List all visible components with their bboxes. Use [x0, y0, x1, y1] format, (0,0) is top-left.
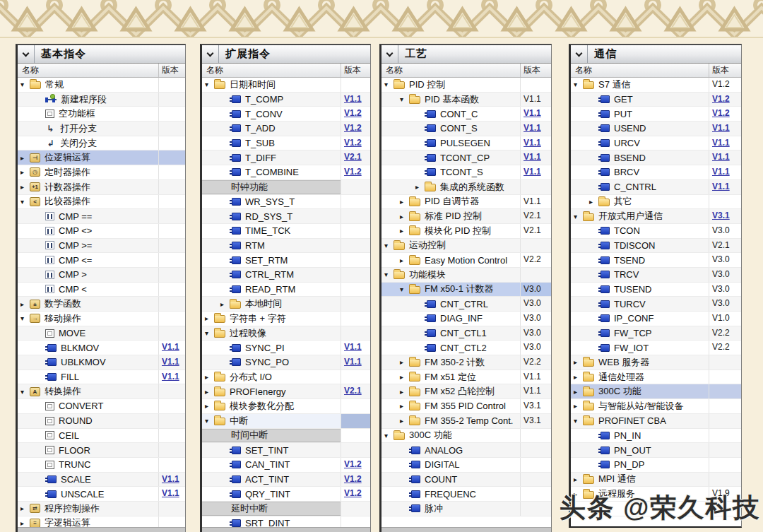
tree-row[interactable]: ▸FM x52 凸轮控制V1.1 — [382, 384, 551, 399]
tree-row[interactable]: T_ADDV1.2 — [202, 122, 370, 136]
tree-row[interactable]: TDISCONV2.1 — [571, 239, 741, 254]
tree-row[interactable]: CONT_CV1.1 — [382, 107, 551, 122]
tree-row[interactable]: SET_TINT — [202, 443, 370, 458]
expand-arrow-icon[interactable]: ▸ — [205, 388, 214, 396]
tree-row[interactable]: UBLKMOVV1.1 — [18, 355, 185, 370]
tree-row[interactable]: ▾中断 — [202, 414, 370, 429]
expand-arrow-icon[interactable]: ▸ — [400, 227, 409, 235]
expand-arrow-icon[interactable]: ▸ — [574, 402, 583, 410]
tree-row[interactable]: CMP == — [18, 209, 185, 224]
version-link[interactable]: V1.1 — [158, 473, 185, 487]
tree-row[interactable]: ▸集成的系统函数 — [382, 180, 551, 195]
collapse-arrow-icon[interactable]: ▾ — [384, 271, 394, 278]
collapse-arrow-icon[interactable]: ▾ — [384, 432, 394, 439]
version-link[interactable]: V1.1 — [709, 122, 741, 136]
tree-row[interactable]: ▸模块化 PID 控制V2.1 — [382, 224, 551, 239]
tree-row[interactable]: T_COMBINEV1.2 — [202, 165, 370, 180]
collapse-arrow-icon[interactable]: ▾ — [574, 417, 583, 425]
version-link[interactable]: V1.1 — [520, 122, 551, 136]
collapse-panel-button[interactable] — [202, 45, 219, 63]
tree-row[interactable]: TUSENDV3.0 — [571, 283, 741, 297]
expand-arrow-icon[interactable]: ▸ — [400, 388, 409, 396]
tree-row[interactable]: CMP <= — [18, 253, 185, 268]
tree-row[interactable]: CTRL_RTM — [202, 268, 370, 283]
collapse-arrow-icon[interactable]: ▾ — [400, 95, 409, 103]
tree-row[interactable]: ▸300C 功能 — [571, 384, 741, 399]
version-link[interactable]: V1.2 — [341, 165, 370, 179]
tree-row[interactable]: ▸标准 PID 控制V2.1 — [382, 209, 551, 224]
version-link[interactable]: V1.1 — [341, 355, 370, 370]
tree-row[interactable]: RD_SYS_T — [202, 209, 370, 224]
version-column-header[interactable]: 版本 — [158, 64, 185, 77]
tree-row[interactable]: ▸本地时间 — [202, 297, 370, 312]
tree-row[interactable]: BSENDV1.1 — [571, 150, 741, 165]
tree-row[interactable]: ROUND — [18, 414, 185, 429]
collapse-arrow-icon[interactable]: ▾ — [20, 81, 30, 88]
tree-row[interactable]: ▸模块参数化分配 — [202, 399, 370, 414]
tree-row[interactable]: TCONV3.0 — [571, 224, 741, 239]
tree-row[interactable]: PUTV1.2 — [571, 107, 741, 122]
version-link[interactable]: V1.2 — [709, 93, 741, 107]
tree-row[interactable]: ▸PROFIenergyV2.1 — [202, 384, 370, 399]
version-column-header[interactable]: 版本 — [709, 64, 741, 77]
expand-arrow-icon[interactable]: ▸ — [574, 358, 583, 366]
tree-row[interactable]: FW_TCPV2.2 — [571, 326, 741, 341]
tree-row[interactable]: T_SUBV1.2 — [202, 136, 370, 151]
tree-row[interactable]: ▸位逻辑运算 — [18, 150, 185, 165]
expand-arrow-icon[interactable]: ▸ — [20, 300, 30, 308]
tree-row[interactable]: ▾日期和时间 — [202, 78, 370, 93]
name-column-header[interactable]: 名称 — [571, 64, 709, 77]
tree-row[interactable]: ▾PROFINET CBA — [571, 414, 741, 429]
tree-row[interactable]: WR_SYS_T — [202, 195, 370, 210]
tree-row[interactable]: DIGITAL — [382, 458, 551, 473]
version-link[interactable]: V2.1 — [341, 150, 370, 165]
tree-row[interactable]: ACT_TINTV1.2 — [202, 473, 370, 487]
tree-row[interactable]: MOVE — [18, 326, 185, 341]
expand-arrow-icon[interactable]: ▸ — [574, 388, 583, 396]
tree-row[interactable]: ▾300C 功能 — [382, 429, 551, 444]
tree-row[interactable]: URCVV1.1 — [571, 136, 741, 151]
tree-row[interactable]: TSENDV3.0 — [571, 253, 741, 268]
collapse-arrow-icon[interactable]: ▾ — [20, 388, 30, 396]
version-link[interactable]: V1.1 — [341, 93, 370, 107]
tree-row[interactable]: ▸FM 355 PID ControlV3.1 — [382, 399, 551, 414]
tree-row[interactable]: CMP > — [18, 268, 185, 283]
tree-row[interactable]: CONVERT — [18, 399, 185, 414]
expand-arrow-icon[interactable]: ▸ — [400, 213, 409, 220]
collapse-arrow-icon[interactable]: ▾ — [574, 213, 583, 220]
name-column-header[interactable]: 名称 — [18, 64, 158, 77]
expand-arrow-icon[interactable]: ▸ — [415, 183, 425, 191]
version-link[interactable]: V1.1 — [709, 165, 741, 179]
tree-row[interactable]: READ_RTM — [202, 283, 370, 297]
version-column-header[interactable]: 版本 — [341, 64, 370, 77]
tree-row[interactable]: CNT_CTRLV3.0 — [382, 297, 551, 312]
tree-row[interactable]: RTM — [202, 239, 370, 254]
horizontal-scrollbar[interactable] — [18, 527, 185, 532]
expand-arrow-icon[interactable]: ▸ — [20, 183, 30, 191]
tree-row[interactable]: SYNC_PIV1.1 — [202, 341, 370, 355]
collapse-arrow-icon[interactable]: ▾ — [384, 242, 394, 249]
version-link[interactable]: V1.1 — [709, 136, 741, 150]
tree-row[interactable]: ▾运动控制 — [382, 239, 551, 254]
tree-row[interactable]: PN_DP — [571, 458, 741, 473]
version-link[interactable]: V1.2 — [341, 458, 370, 472]
tree-row[interactable]: GETV1.2 — [571, 93, 741, 107]
tree-row[interactable]: FLOOR — [18, 443, 185, 458]
tree-row[interactable]: 新建程序段 — [18, 93, 185, 107]
expand-arrow-icon[interactable]: ▸ — [220, 300, 230, 308]
collapse-panel-button[interactable] — [571, 45, 588, 63]
tree-row[interactable]: ▸程序控制操作 — [18, 502, 185, 516]
tree-row[interactable]: QRY_TINTV1.2 — [202, 487, 370, 502]
tree-row[interactable]: ▾转换操作 — [18, 384, 185, 399]
name-column-header[interactable]: 名称 — [202, 64, 341, 77]
tree-row[interactable]: 空功能框 — [18, 107, 185, 122]
tree-row[interactable]: 脉冲 — [382, 502, 551, 516]
tree-row[interactable]: ▾FM x50-1 计数器V3.0 — [382, 283, 551, 297]
collapse-arrow-icon[interactable]: ▾ — [20, 314, 30, 322]
group-subheader[interactable]: 延时中断 — [202, 502, 370, 516]
expand-arrow-icon[interactable]: ▸ — [400, 358, 409, 366]
tree-row[interactable]: ▸通信处理器 — [571, 370, 741, 385]
tree-row[interactable]: ▾常规 — [18, 78, 185, 93]
collapse-arrow-icon[interactable]: ▾ — [20, 198, 30, 206]
tree-row[interactable]: TCONT_CPV1.1 — [382, 150, 551, 165]
